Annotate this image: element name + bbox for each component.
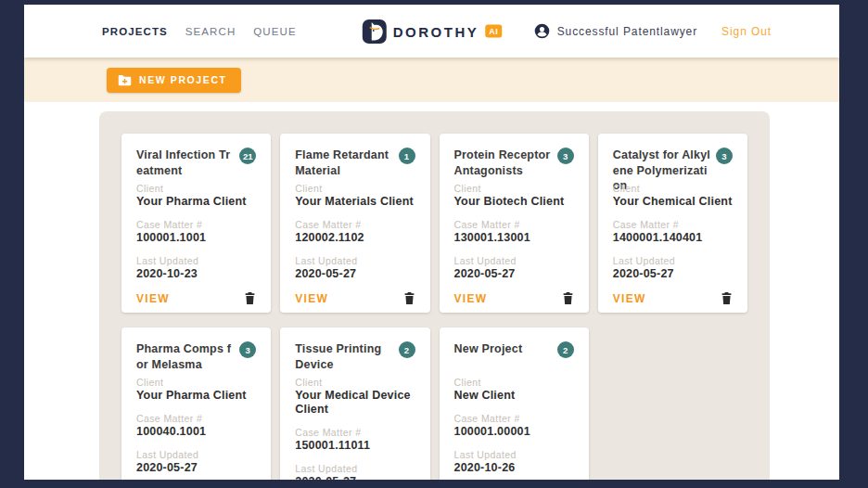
- case-matter-value: 100040.1001: [136, 425, 256, 439]
- trash-icon[interactable]: [403, 291, 415, 305]
- count-badge: 1: [399, 148, 415, 164]
- nav-item-queue[interactable]: QUEUE: [253, 26, 296, 37]
- last-updated-label: Last Updated: [295, 463, 415, 474]
- project-card: Catalyst for Alkylene Polymerization 3 C…: [598, 134, 747, 313]
- case-matter-value: 130001.13001: [454, 231, 574, 245]
- case-matter-value: 120002.1102: [295, 231, 415, 245]
- last-updated-label: Last Updated: [295, 255, 415, 266]
- last-updated-value: 2020-05-27: [295, 475, 415, 480]
- projects-grid: Viral Infection Treatment 21 Client Your…: [121, 134, 747, 480]
- nav-item-search[interactable]: SEARCH: [185, 26, 236, 37]
- count-badge: 3: [557, 148, 574, 164]
- last-updated-value: 2020-10-23: [136, 267, 256, 281]
- project-title: Flame Retardant Material: [295, 148, 392, 175]
- case-matter-label: Case Matter #: [613, 219, 733, 230]
- project-card: New Project 2 Client New Client Case Mat…: [440, 327, 589, 480]
- view-link[interactable]: VIEW: [454, 292, 488, 305]
- new-folder-icon: [118, 74, 132, 86]
- project-card: Flame Retardant Material 1 Client Your M…: [280, 134, 429, 313]
- client-label: Client: [613, 183, 733, 194]
- nav-item-projects[interactable]: PROJECTS: [102, 26, 168, 37]
- case-matter-value: 100001.1001: [136, 231, 256, 245]
- client-label: Client: [136, 183, 256, 194]
- project-title: Tissue Printing Device: [295, 341, 392, 369]
- client-value: Your Pharma Client: [136, 195, 256, 209]
- client-label: Client: [295, 183, 415, 194]
- client-label: Client: [454, 377, 574, 388]
- case-matter-label: Case Matter #: [454, 219, 574, 230]
- last-updated-value: 2020-05-27: [136, 461, 256, 475]
- new-project-button[interactable]: NEW PROJECT: [107, 68, 241, 93]
- last-updated-value: 2020-10-26: [454, 461, 574, 475]
- case-matter-value: 100001.00001: [454, 425, 574, 439]
- view-link[interactable]: VIEW: [136, 292, 170, 305]
- view-link[interactable]: VIEW: [613, 292, 646, 305]
- dorothy-logo-mark: [362, 19, 387, 44]
- trash-icon[interactable]: [244, 291, 256, 305]
- count-badge: 21: [239, 148, 256, 164]
- project-card: Tissue Printing Device 2 Client Your Med…: [280, 327, 429, 480]
- client-label: Client: [136, 377, 256, 388]
- last-updated-value: 2020-05-27: [454, 267, 574, 281]
- count-badge: 2: [399, 341, 415, 358]
- project-title: New Project: [454, 341, 523, 369]
- case-matter-value: 1400001.140401: [613, 231, 733, 245]
- last-updated-label: Last Updated: [454, 449, 574, 460]
- project-title: Pharma Comps for Melasma: [136, 341, 234, 369]
- project-card: Protein Receptor Antagonists 3 Client Yo…: [440, 134, 589, 313]
- client-value: Your Medical Device Client: [295, 389, 415, 417]
- last-updated-label: Last Updated: [454, 255, 574, 266]
- case-matter-label: Case Matter #: [136, 413, 256, 424]
- case-matter-value: 150001.11011: [295, 439, 415, 453]
- view-link[interactable]: VIEW: [295, 292, 328, 305]
- last-updated-value: 2020-05-27: [613, 267, 733, 281]
- user-menu: Successful Patentlawyer Sign Out: [534, 23, 772, 39]
- client-value: Your Biotech Client: [454, 195, 574, 209]
- trash-icon[interactable]: [562, 291, 574, 305]
- project-card: Pharma Comps for Melasma 3 Client Your P…: [121, 327, 271, 480]
- new-project-label: NEW PROJECT: [139, 74, 227, 85]
- dorothy-logo: DOROTHY AI: [362, 19, 503, 44]
- trash-icon[interactable]: [721, 291, 733, 305]
- toolbar-banner: NEW PROJECT: [24, 58, 839, 102]
- user-name: Successful Patentlawyer: [557, 25, 697, 38]
- client-label: Client: [295, 377, 415, 388]
- project-card: Viral Infection Treatment 21 Client Your…: [121, 134, 271, 313]
- primary-nav: PROJECTS SEARCH QUEUE: [102, 26, 297, 37]
- case-matter-label: Case Matter #: [295, 219, 415, 230]
- last-updated-value: 2020-05-27: [295, 267, 415, 281]
- last-updated-label: Last Updated: [613, 255, 733, 266]
- project-title: Viral Infection Treatment: [136, 148, 234, 175]
- count-badge: 3: [239, 341, 256, 358]
- project-title: Catalyst for Alkylene Polymerization: [613, 148, 710, 175]
- logo-wordmark: DOROTHY: [393, 23, 479, 39]
- client-value: Your Chemical Client: [613, 195, 733, 209]
- client-value: Your Materials Client: [295, 195, 415, 209]
- sign-out-link[interactable]: Sign Out: [721, 25, 772, 38]
- client-value: Your Pharma Client: [136, 389, 256, 403]
- last-updated-label: Last Updated: [136, 255, 256, 266]
- top-nav: PROJECTS SEARCH QUEUE DOROTHY AI: [24, 5, 839, 58]
- case-matter-label: Case Matter #: [454, 413, 574, 424]
- client-value: New Client: [454, 389, 574, 403]
- client-label: Client: [454, 183, 574, 194]
- user-avatar-icon: [534, 23, 550, 39]
- case-matter-label: Case Matter #: [136, 219, 256, 230]
- app-window: PROJECTS SEARCH QUEUE DOROTHY AI: [24, 5, 839, 480]
- projects-panel: Viral Infection Treatment 21 Client Your…: [99, 111, 770, 480]
- case-matter-label: Case Matter #: [295, 427, 415, 438]
- project-title: Protein Receptor Antagonists: [454, 148, 552, 175]
- count-badge: 2: [557, 341, 574, 358]
- last-updated-label: Last Updated: [136, 449, 256, 460]
- logo-ai-badge: AI: [485, 25, 502, 38]
- count-badge: 3: [716, 148, 733, 164]
